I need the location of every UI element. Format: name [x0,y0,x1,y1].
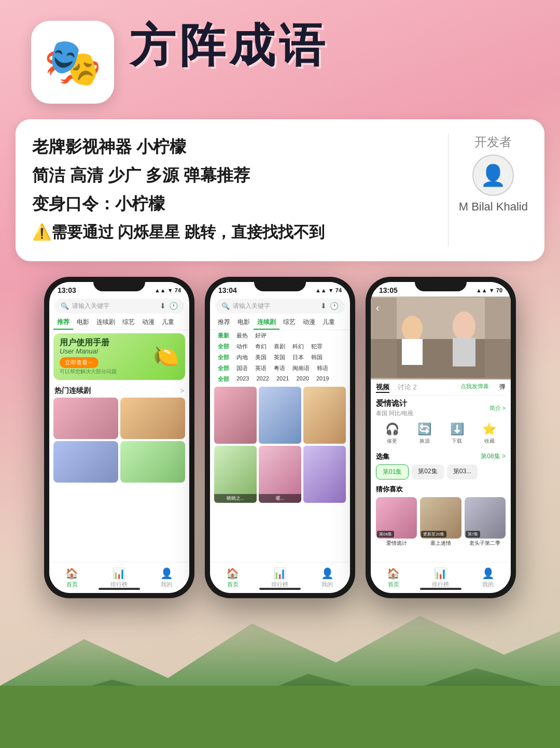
p2-filter-all-4[interactable]: 全部 [214,374,233,384]
p2-vid-4[interactable]: 晓晓之... [214,446,257,503]
p2-vid-2[interactable] [259,387,301,444]
p2-filter-newest[interactable]: 最新 [214,331,233,341]
p1-nav-rank[interactable]: 📊 排行榜 [110,567,128,588]
p3-video-area[interactable]: ‹ [371,297,511,379]
p3-nav-rank[interactable]: 📊 排行榜 [432,567,449,588]
p1-history-icon[interactable]: 🕐 [169,302,178,310]
p3-danmaku-icon: 弹 [499,383,506,393]
p1-banner-btn[interactable]: 立即查看→ [60,357,99,368]
svg-point-4 [402,316,423,342]
info-text: 老牌影视神器 小柠檬 简洁 高清 少广 多源 弹幕推荐 变身口令：小柠檬 ⚠️需… [32,134,438,247]
p2-filter-all-3[interactable]: 全部 [214,363,233,373]
p2-filter-mandarin[interactable]: 国语 [233,363,251,373]
p2-thumb-label-2: 暖... [259,494,301,503]
p2-filter-kr[interactable]: 韩国 [307,352,326,362]
p3-rec-1[interactable]: 第08集 爱情诡计 [376,497,417,547]
p2-tab-variety[interactable]: 综艺 [279,316,299,330]
p2-download-icon[interactable]: ⬇ [320,302,327,310]
p1-tab-movie[interactable]: 电影 [73,316,93,330]
info-line-2: 简洁 高清 少广 多源 弹幕推荐 [32,162,438,189]
p3-nav-mine[interactable]: 👤 我的 [482,567,495,588]
p2-filter-scifi[interactable]: 科幻 [289,342,307,351]
p2-filter-rating[interactable]: 好评 [251,331,270,341]
p3-action-download[interactable]: ⬇️ 下载 [450,422,464,445]
p3-rec-3[interactable]: 第7集 老头子第二季 [465,497,506,547]
p3-action-fav[interactable]: ⭐ 收藏 [482,422,496,445]
p3-rec-2[interactable]: 更新至20集 塞上迷情 [420,497,461,547]
p3-ep-1[interactable]: 第01集 [376,464,409,479]
p3-tab-discussion[interactable]: 讨论 2 [398,383,417,393]
p3-nav-home[interactable]: 🏠 首页 [387,567,400,588]
p1-search-actions: ⬇ 🕐 [160,302,178,310]
p2-filter-2023[interactable]: 2023 [233,374,253,384]
p2-tab-anime[interactable]: 动漫 [299,316,319,330]
p2-vid-3[interactable] [303,387,346,444]
p3-back-btn[interactable]: ‹ [376,302,380,314]
p2-tab-series[interactable]: 连续剧 [254,316,279,330]
p3-post-btn[interactable]: 点我发弹幕 [460,383,489,393]
p1-banner-emoji: 🍋 [153,344,179,369]
p1-tab-recommend[interactable]: 推荐 [53,316,73,330]
p2-filter-2019[interactable]: 2019 [313,374,332,384]
p3-action-source[interactable]: 🔄 换源 [417,422,431,445]
p1-rank-icon: 📊 [113,567,125,580]
p2-filter-fantasy[interactable]: 奇幻 [251,342,270,351]
p2-filter-crime[interactable]: 犯罪 [307,342,326,351]
p1-thumb-1[interactable] [53,398,118,439]
phone-1-screen: 13:03 ▲▲ ▼ 74 🔍 请输入关键字 ⬇ 🕐 推荐 电影 连续剧 综艺 … [49,282,189,593]
p2-filter-2021[interactable]: 2021 [273,374,292,384]
p2-home-indicator [259,588,301,590]
p2-filter-action[interactable]: 动作 [233,342,251,351]
developer-name: M Bilal Khalid [459,200,528,214]
p3-action-update[interactable]: 🎧 催更 [385,422,399,445]
p1-nav-mine[interactable]: 👤 我的 [160,567,173,588]
p2-search[interactable]: 🔍 请输入关键字 ⬇ 🕐 [215,299,345,314]
p1-time: 13:03 [58,286,76,294]
p3-ep-3[interactable]: 第03... [447,464,478,479]
p2-vid-1[interactable] [214,387,257,444]
p1-tab-series[interactable]: 连续剧 [93,316,119,330]
p2-icons: ▲▲ ▼ 74 [315,287,342,293]
p1-banner[interactable]: 用户使用手册 User Manual 立即查看→ 可以帮您解决大部分问题 🍋 [53,333,185,380]
p2-filter-jp[interactable]: 日本 [289,352,307,362]
p2-tab-recommend[interactable]: 推荐 [214,316,234,330]
p2-filter-hokkien[interactable]: 闽南语 [289,363,313,373]
p1-nav-home[interactable]: 🏠 首页 [65,567,78,588]
p2-tab-kids[interactable]: 儿童 [319,316,339,330]
p3-drama-intro[interactable]: 简介 > [489,404,506,412]
p2-filter-all-2[interactable]: 全部 [214,352,233,362]
p2-filter-us[interactable]: 美国 [251,352,270,362]
p1-search[interactable]: 🔍 请输入关键字 ⬇ 🕐 [54,299,184,314]
p3-ep-more[interactable]: 第08集 > [481,452,506,461]
p2-filter-all-1[interactable]: 全部 [214,342,233,351]
p2-filter-mainland[interactable]: 内地 [233,352,251,362]
p3-rec-thumb-2: 更新至20集 [420,497,461,539]
p3-tab-video[interactable]: 视频 [376,383,389,393]
p2-filter-korean[interactable]: 韩语 [313,363,332,373]
p1-download-icon[interactable]: ⬇ [160,302,166,310]
p1-tab-anime[interactable]: 动漫 [138,316,158,330]
p1-thumb-4[interactable] [120,441,185,483]
p3-home-indicator [420,588,461,590]
p2-filter-hottest[interactable]: 最热 [233,331,251,341]
p2-filter-2020[interactable]: 2020 [292,374,312,384]
p1-section-more[interactable]: > [180,387,184,394]
p1-thumb-2[interactable] [120,398,185,439]
p2-vid-6[interactable] [303,446,346,503]
p1-tab-kids[interactable]: 儿童 [158,316,178,330]
p2-nav-mine[interactable]: 👤 我的 [321,567,334,588]
p2-filter-cantonese[interactable]: 粤语 [270,363,289,373]
p1-tab-variety[interactable]: 综艺 [119,316,138,330]
phone-3: 13:05 ▲▲ ▼ 70 [366,277,516,598]
p2-nav-home[interactable]: 🏠 首页 [226,567,239,588]
p2-history-icon[interactable]: 🕐 [330,302,339,310]
p1-thumb-3[interactable] [53,441,118,483]
p2-filter-comedy[interactable]: 喜剧 [270,342,289,351]
p2-vid-5[interactable]: 暖... [259,446,301,503]
p3-ep-2[interactable]: 第02集 [412,464,443,479]
p2-filter-english[interactable]: 英语 [251,363,270,373]
p2-filter-2022[interactable]: 2022 [253,374,272,384]
p2-nav-rank[interactable]: 📊 排行榜 [271,567,288,588]
p2-tab-movie[interactable]: 电影 [234,316,254,330]
p2-filter-uk[interactable]: 英国 [270,352,289,362]
